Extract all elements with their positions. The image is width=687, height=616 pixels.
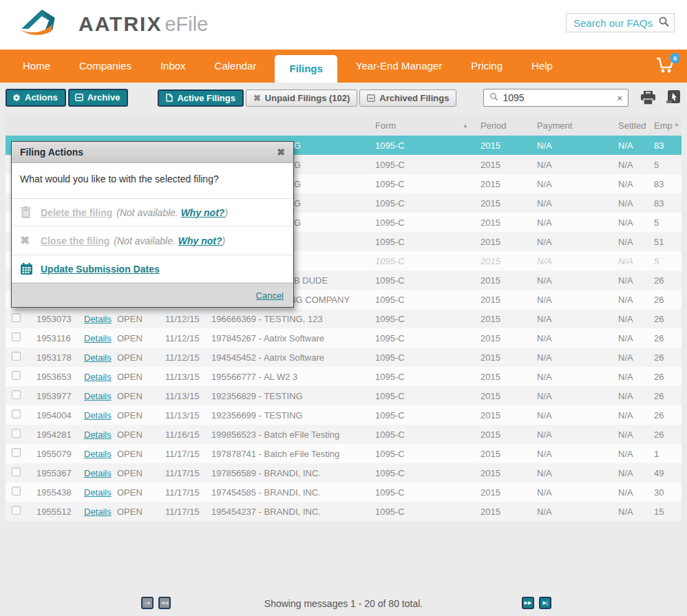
archive-button[interactable]: Archive xyxy=(68,89,129,107)
filing-settled: N/A xyxy=(607,295,648,305)
tab-archived-filings[interactable]: Archived Filings xyxy=(359,89,456,107)
filing-payment: N/A xyxy=(531,314,607,324)
details-cell: Details xyxy=(84,449,113,459)
why-not-link[interactable]: Why not? xyxy=(181,207,225,218)
nav-item-filings[interactable]: Filings xyxy=(275,55,337,83)
company-name: 199856523 - Batch eFile Testing xyxy=(210,429,370,440)
nav-item-year-end-manager[interactable]: Year-End Manager xyxy=(341,50,456,83)
filing-payment: N/A xyxy=(531,333,607,343)
row-checkbox[interactable] xyxy=(12,352,21,361)
table-row[interactable]: 1955079DetailsOPEN11/17/15197878741 - Ba… xyxy=(6,444,681,463)
company-name: 197845267 - Aatrix Software xyxy=(210,333,370,343)
sort-asc-icon: ▲ xyxy=(463,123,468,129)
filing-id: 1953653 xyxy=(30,372,84,382)
filing-tabs: Active Filings ✖ Unpaid Filings (102) Ar… xyxy=(158,89,458,107)
filing-period: 2015 xyxy=(475,333,531,343)
why-not-link[interactable]: Why not? xyxy=(178,235,222,246)
details-link[interactable]: Details xyxy=(84,429,112,440)
row-checkbox[interactable] xyxy=(12,410,21,418)
report-pointer-icon[interactable] xyxy=(665,89,681,106)
filing-settled: N/A xyxy=(607,237,648,247)
filing-payment: N/A xyxy=(531,140,607,151)
file-icon xyxy=(166,94,173,102)
row-checkbox[interactable] xyxy=(12,313,21,322)
search-icon[interactable] xyxy=(658,16,670,30)
clear-search-icon[interactable]: × xyxy=(617,93,622,103)
filing-payment: N/A xyxy=(531,295,607,305)
table-row[interactable]: 1953653DetailsOPEN11/13/15195566777 - AL… xyxy=(6,367,681,386)
details-link[interactable]: Details xyxy=(84,487,112,498)
row-checkbox-cell xyxy=(6,410,30,421)
details-link[interactable]: Details xyxy=(84,410,112,421)
filing-settled: N/A xyxy=(607,314,648,324)
table-row[interactable]: 1954004DetailsOPEN11/13/15192356699 - TE… xyxy=(6,405,681,425)
row-checkbox[interactable] xyxy=(12,467,21,476)
next-page-button[interactable]: ▶▶ xyxy=(522,597,534,609)
table-row[interactable]: 1955438DetailsOPEN11/17/15197454585 - BR… xyxy=(6,482,681,502)
filing-payment: N/A xyxy=(531,410,607,421)
column-header-settled[interactable]: Settled xyxy=(607,120,648,131)
company-name: 192356699 - TESTING xyxy=(210,410,370,421)
details-link[interactable]: Details xyxy=(84,314,112,324)
table-row[interactable]: 1954281DetailsOPEN11/16/15199856523 - Ba… xyxy=(6,425,681,444)
row-checkbox[interactable] xyxy=(12,429,21,438)
row-checkbox[interactable] xyxy=(12,487,21,496)
details-link[interactable]: Details xyxy=(84,372,112,382)
details-link[interactable]: Details xyxy=(84,449,112,459)
nav-item-home[interactable]: Home xyxy=(8,50,65,83)
tab-unpaid-filings-label: Unpaid Filings (102) xyxy=(265,93,350,103)
filing-status: OPEN xyxy=(113,429,165,440)
company-name: 197856589 - BRANDI, INC. xyxy=(210,468,370,478)
filing-date: 11/17/15 xyxy=(165,507,210,517)
column-header-payment[interactable]: Payment xyxy=(531,120,607,131)
form-name: 1095-C xyxy=(370,468,475,478)
filing-status: OPEN xyxy=(113,468,165,478)
row-checkbox[interactable] xyxy=(12,371,21,380)
faq-search-input[interactable]: Search our FAQs xyxy=(573,17,658,29)
row-checkbox[interactable] xyxy=(12,506,21,515)
form-name: 1095-C xyxy=(370,372,475,382)
close-icon[interactable]: ✖ xyxy=(277,147,285,158)
details-link[interactable]: Details xyxy=(84,352,112,363)
details-link[interactable]: Details xyxy=(84,333,112,343)
form-name: 1095-C xyxy=(370,237,475,247)
filing-status: OPEN xyxy=(113,391,165,401)
table-row[interactable]: 1955367DetailsOPEN11/17/15197856589 - BR… xyxy=(6,463,681,482)
table-row[interactable]: 1953977DetailsOPEN11/13/15192356829 - TE… xyxy=(6,386,681,405)
row-checkbox[interactable] xyxy=(12,448,21,457)
update-submission-dates-link[interactable]: Update Submission Dates xyxy=(41,264,160,275)
filing-settled: N/A xyxy=(607,410,648,421)
nav-item-calendar[interactable]: Calendar xyxy=(200,50,271,83)
cart-icon[interactable]: 0 xyxy=(655,56,676,76)
faq-search-box[interactable]: Search our FAQs xyxy=(566,13,675,32)
column-header-form[interactable]: Form ▲ xyxy=(370,120,475,131)
row-checkbox[interactable] xyxy=(12,332,21,341)
form-name: 1095-C xyxy=(370,333,475,343)
table-row[interactable]: 1953116DetailsOPEN11/12/15197845267 - Aa… xyxy=(6,328,681,348)
search-input[interactable]: 1095 xyxy=(503,92,617,103)
nav-item-inbox[interactable]: Inbox xyxy=(146,50,200,83)
row-checkbox[interactable] xyxy=(12,390,21,399)
print-icon[interactable] xyxy=(640,90,657,106)
tab-active-filings[interactable]: Active Filings xyxy=(158,89,244,107)
tab-unpaid-filings[interactable]: ✖ Unpaid Filings (102) xyxy=(246,89,357,107)
table-row[interactable]: 1953073DetailsOPEN11/12/15196666369 - TE… xyxy=(6,309,681,328)
employee-count: 49 xyxy=(648,468,681,478)
cancel-link[interactable]: Cancel xyxy=(256,290,284,301)
main-content: Actions Archive Active Filings ✖ Unpaid … xyxy=(0,83,687,616)
details-link[interactable]: Details xyxy=(84,507,112,517)
actions-button[interactable]: Actions xyxy=(6,89,66,107)
last-page-button[interactable]: ▶| xyxy=(539,597,551,609)
nav-item-companies[interactable]: Companies xyxy=(65,50,146,83)
form-name: 1095-C xyxy=(370,429,475,440)
nav-item-pricing[interactable]: Pricing xyxy=(456,50,517,83)
filing-id: 1953073 xyxy=(30,314,84,324)
nav-item-help[interactable]: Help xyxy=(517,50,567,83)
table-row[interactable]: 1953178DetailsOPEN11/12/15194545452 - Aa… xyxy=(6,348,681,367)
details-link[interactable]: Details xyxy=(84,391,112,401)
details-link[interactable]: Details xyxy=(84,468,112,478)
scrollbar-up-icon[interactable]: ▲ xyxy=(674,121,679,127)
table-row[interactable]: 1955512DetailsOPEN11/17/15195454237 - BR… xyxy=(6,502,681,521)
column-header-period[interactable]: Period xyxy=(475,120,531,131)
filings-search-field[interactable]: 1095 × xyxy=(483,89,628,107)
